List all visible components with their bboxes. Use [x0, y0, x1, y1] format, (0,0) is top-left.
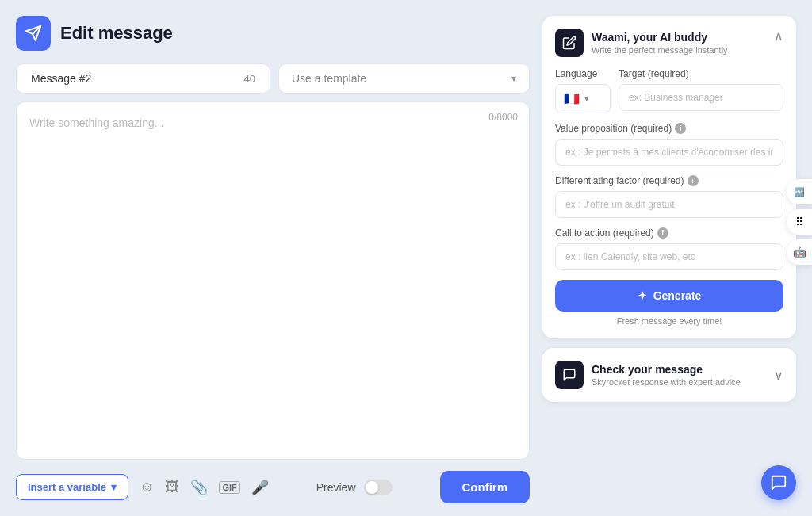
- check-card-icon: [555, 361, 584, 389]
- target-label: Target (required): [619, 68, 783, 79]
- check-card-subtitle: Skyrocket response with expert advice: [592, 377, 741, 387]
- cta-input[interactable]: [555, 243, 783, 270]
- emoji-icon[interactable]: ☺: [140, 479, 154, 495]
- ai-card: Waami, your AI buddy Write the perfect m…: [542, 16, 796, 338]
- toolbar-icons: ☺ 🖼 📎 GIF 🎤: [140, 479, 269, 496]
- image-icon[interactable]: 🖼: [165, 479, 179, 495]
- check-card-left: Check your message Skyrocket response wi…: [555, 361, 741, 389]
- ai-card-text: Waami, your AI buddy Write the perfect m…: [592, 31, 728, 55]
- lang-chevron-icon: ▾: [584, 94, 589, 104]
- attachment-icon[interactable]: 📎: [190, 479, 208, 496]
- grid-side-button[interactable]: ⠿: [787, 209, 812, 235]
- language-target-row: Language 🇫🇷 ▾ Target (required): [555, 68, 783, 123]
- language-selector[interactable]: 🇫🇷 ▾: [555, 84, 611, 113]
- chevron-down-icon: ▾: [111, 481, 117, 493]
- collapse-icon[interactable]: ∧: [774, 29, 783, 44]
- cta-group: Call to action (required) i: [555, 227, 783, 270]
- message-label: Message #2: [31, 72, 91, 85]
- target-input[interactable]: [619, 84, 783, 111]
- message-bar: Message #2 40 Use a template ▾: [16, 63, 530, 94]
- chat-bubble-button[interactable]: [761, 465, 796, 500]
- generate-button[interactable]: ✦ Generate: [555, 280, 783, 312]
- side-buttons: 🔤 ⠿ 🤖: [787, 179, 812, 265]
- generate-label: Generate: [653, 289, 702, 302]
- preview-section: Preview: [316, 480, 393, 495]
- header-icon: [16, 16, 51, 51]
- ai-card-header-left: Waami, your AI buddy Write the perfect m…: [555, 29, 728, 57]
- ai-card-header: Waami, your AI buddy Write the perfect m…: [555, 29, 783, 57]
- check-card-text: Check your message Skyrocket response wi…: [592, 363, 741, 387]
- message-label-box: Message #2 40: [16, 63, 270, 94]
- ai-card-icon: [555, 29, 584, 57]
- diff-factor-input[interactable]: [555, 191, 783, 218]
- flag-icon: 🇫🇷: [564, 91, 580, 106]
- template-text: Use a template: [292, 72, 366, 85]
- diff-factor-info-icon: i: [688, 175, 699, 186]
- cta-info-icon: i: [657, 227, 668, 239]
- gif-icon[interactable]: GIF: [219, 481, 239, 494]
- check-card-title: Check your message: [592, 363, 741, 376]
- fresh-message-text: Fresh message every time!: [555, 316, 783, 326]
- translate-side-button[interactable]: 🔤: [787, 179, 812, 204]
- value-prop-info-icon: i: [675, 123, 686, 134]
- sparkle-icon: ✦: [638, 289, 647, 302]
- diff-factor-label: Differentiating factor (required) i: [555, 175, 783, 186]
- left-panel: Edit message Message #2 40 Use a templat…: [16, 16, 530, 516]
- page-header: Edit message: [16, 16, 530, 51]
- insert-variable-label: Insert a variable: [28, 481, 106, 493]
- right-panel: Waami, your AI buddy Write the perfect m…: [542, 16, 796, 516]
- ai-card-subtitle: Write the perfect message instantly: [592, 45, 728, 55]
- ai-card-title: Waami, your AI buddy: [592, 31, 728, 44]
- check-card: Check your message Skyrocket response wi…: [542, 348, 796, 402]
- left-tools: Insert a variable ▾ ☺ 🖼 📎 GIF 🎤: [16, 474, 269, 500]
- confirm-button[interactable]: Confirm: [440, 471, 530, 503]
- bottom-toolbar: Insert a variable ▾ ☺ 🖼 📎 GIF 🎤 Preview …: [16, 460, 530, 516]
- target-group: Target (required): [619, 68, 783, 113]
- preview-toggle[interactable]: [364, 480, 393, 495]
- insert-variable-button[interactable]: Insert a variable ▾: [16, 474, 128, 500]
- value-prop-group: Value proposition (required) i: [555, 123, 783, 166]
- mic-icon[interactable]: 🎤: [251, 479, 269, 496]
- value-prop-label: Value proposition (required) i: [555, 123, 783, 134]
- template-dropdown[interactable]: Use a template ▾: [278, 63, 530, 94]
- robot-side-button[interactable]: 🤖: [787, 239, 812, 265]
- message-textarea-container: 0/8000 Write something amazing...: [16, 101, 530, 460]
- language-group: Language 🇫🇷 ▾: [555, 68, 611, 113]
- message-count: 40: [244, 73, 255, 85]
- check-collapse-icon[interactable]: ∨: [774, 368, 783, 383]
- diff-factor-group: Differentiating factor (required) i: [555, 175, 783, 218]
- chevron-down-icon: ▾: [511, 73, 516, 84]
- language-label: Language: [555, 68, 611, 79]
- page-title: Edit message: [60, 23, 173, 44]
- value-prop-input[interactable]: [555, 139, 783, 166]
- cta-label: Call to action (required) i: [555, 227, 783, 239]
- preview-label: Preview: [316, 481, 356, 494]
